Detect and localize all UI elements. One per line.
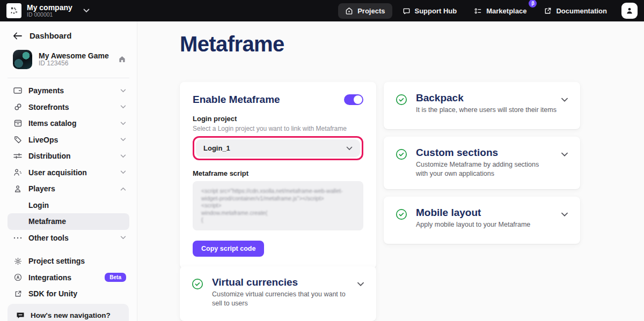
sidebar-item-distribution[interactable]: Distribution: [0, 148, 137, 165]
home-icon[interactable]: [118, 55, 126, 65]
sidebar-item-integrations[interactable]: Integrations Beta: [0, 270, 137, 286]
user-icon: [625, 6, 634, 15]
card-description: Customize Metaframe by adding sections w…: [416, 160, 550, 178]
chevron-down-icon: [120, 122, 126, 125]
sidebar-item-items-catalog[interactable]: Items catalog: [0, 115, 137, 132]
virtual-currencies-card[interactable]: Virtual currencies Customize virtual cur…: [180, 266, 376, 321]
back-to-dashboard[interactable]: Dashboard: [0, 21, 137, 46]
script-line: {: [201, 217, 355, 224]
chevron-up-icon: [120, 187, 126, 191]
nav-documentation[interactable]: Documentation: [537, 3, 614, 19]
sliders-icon: [13, 153, 23, 159]
script-line: widget-prod/container/v1/metaframe.js"><…: [201, 195, 355, 203]
user-plus-icon: [13, 168, 23, 176]
sidebar-item-label: Login: [28, 201, 49, 210]
nav-support-hub[interactable]: Support Hub: [396, 3, 464, 19]
nav-marketplace[interactable]: Marketplace β: [467, 3, 533, 19]
catalog-box-icon: [13, 120, 23, 127]
toggle-knob: [354, 95, 362, 104]
sidebar-item-label: Distribution: [28, 152, 71, 160]
company-id: ID 000001: [27, 12, 72, 18]
chevron-down-icon[interactable]: [561, 152, 568, 157]
account-button[interactable]: [621, 3, 638, 19]
sidebar-item-label: Metaframe: [28, 217, 66, 226]
login-project-highlight-annotation: Login_1: [193, 136, 363, 160]
sidebar-item-label: Items catalog: [28, 119, 76, 128]
xsolla-logo[interactable]: [6, 3, 21, 18]
chevron-down-icon[interactable]: [83, 9, 90, 13]
mobile-layout-card[interactable]: Mobile layout Apply mobile layout to you…: [384, 197, 580, 244]
game-avatar: [13, 50, 32, 69]
chevron-down-icon: [346, 146, 353, 151]
login-project-hint: Select a Login project you want to link …: [193, 125, 363, 132]
topbar-nav: Projects Support Hub Marketplace β Docum…: [338, 3, 614, 19]
ellipsis-icon: [13, 237, 23, 239]
nav-projects[interactable]: Projects: [338, 3, 392, 19]
person-icon: [13, 185, 23, 193]
sidebar-item-label: SDK for Unity: [28, 289, 77, 298]
chevron-down-icon: [120, 105, 126, 109]
sidebar-item-players[interactable]: Players: [0, 181, 137, 197]
sidebar-item-label: Integrations: [28, 273, 71, 282]
enable-metaframe-toggle[interactable]: [344, 94, 363, 105]
sidebar-divider: [8, 78, 129, 78]
sidebar-item-metaframe[interactable]: Metaframe: [8, 213, 129, 230]
chevron-down-icon[interactable]: [357, 282, 364, 287]
card-title: Backpack: [416, 92, 561, 104]
card-description: It is the place, where users will store …: [416, 106, 561, 115]
sidebar-item-user-acquisition[interactable]: User acquisition: [0, 165, 137, 181]
check-circle-icon: [396, 94, 407, 108]
sidebar-item-login[interactable]: Login: [0, 197, 137, 214]
chevron-down-icon[interactable]: [561, 212, 568, 217]
sidebar-item-label: LiveOps: [28, 136, 58, 144]
external-link-icon: [13, 290, 23, 298]
whats-new-navigation-banner[interactable]: How's new navigation?: [8, 304, 129, 321]
project-row[interactable]: My Awesome Game ID 123456: [0, 46, 137, 77]
external-link-icon: [544, 7, 552, 15]
back-label: Dashboard: [30, 31, 71, 40]
marketplace-icon: [474, 7, 482, 15]
enable-metaframe-card: Enable Metaframe Login project Select a …: [180, 82, 376, 268]
speech-bubble-icon: [16, 311, 25, 319]
metaframe-script-code: <script src="https://cdn.xsolla.net/meta…: [193, 181, 363, 230]
nav-projects-label: Projects: [357, 7, 385, 15]
sidebar-item-project-settings[interactable]: Project settings: [0, 253, 137, 270]
login-project-value: Login_1: [203, 144, 230, 152]
sidebar-gap: [0, 246, 137, 253]
sidebar-item-other-tools[interactable]: Other tools: [0, 230, 137, 247]
whats-new-label: How's new navigation?: [31, 311, 111, 319]
sidebar-item-storefronts[interactable]: Storefronts: [0, 99, 137, 116]
sidebar-item-liveops[interactable]: LiveOps: [0, 132, 137, 148]
nav-marketplace-label: Marketplace: [486, 7, 526, 15]
card-description: Customize virtual currencies that you wa…: [212, 290, 346, 308]
company-switcher[interactable]: My company ID 000001: [27, 4, 72, 18]
chevron-down-icon: [120, 236, 126, 240]
integrations-beta-badge: Beta: [105, 273, 126, 282]
login-project-label: Login project: [193, 115, 363, 123]
game-name: My Awesome Game: [39, 51, 109, 60]
chevron-down-icon[interactable]: [561, 98, 568, 102]
xsolla-logo-glyphs: [9, 6, 19, 16]
check-circle-icon: [396, 148, 407, 162]
card-description: Apply mobile layout to your Metaframe: [416, 220, 561, 229]
page-title: Metaframe: [180, 32, 284, 56]
chevron-down-icon: [120, 89, 126, 93]
copy-script-code-button[interactable]: Copy script code: [193, 241, 264, 257]
topbar: My company ID 000001 Projects Support Hu…: [0, 0, 644, 21]
gear-icon: [13, 257, 23, 265]
sidebar-item-label: Storefronts: [28, 103, 69, 111]
backpack-card[interactable]: Backpack It is the place, where users wi…: [384, 82, 580, 129]
back-arrow-icon: [13, 32, 22, 40]
login-project-select[interactable]: Login_1: [196, 139, 360, 157]
sidebar-item-label: Players: [28, 184, 55, 193]
sidebar-item-label: Project settings: [28, 257, 85, 265]
custom-sections-card[interactable]: Custom sections Customize Metaframe by a…: [384, 137, 580, 189]
storefront-icon: [13, 103, 23, 111]
chevron-down-icon: [120, 170, 126, 174]
chevron-down-icon: [120, 138, 126, 141]
sidebar-item-payments[interactable]: Payments: [0, 83, 137, 99]
sidebar-item-sdk-for-unity[interactable]: SDK for Unity: [0, 286, 137, 302]
script-line: window.metaframe.create(: [201, 210, 355, 217]
enable-metaframe-heading: Enable Metaframe: [193, 94, 280, 106]
sidebar-item-label: Payments: [28, 86, 64, 95]
